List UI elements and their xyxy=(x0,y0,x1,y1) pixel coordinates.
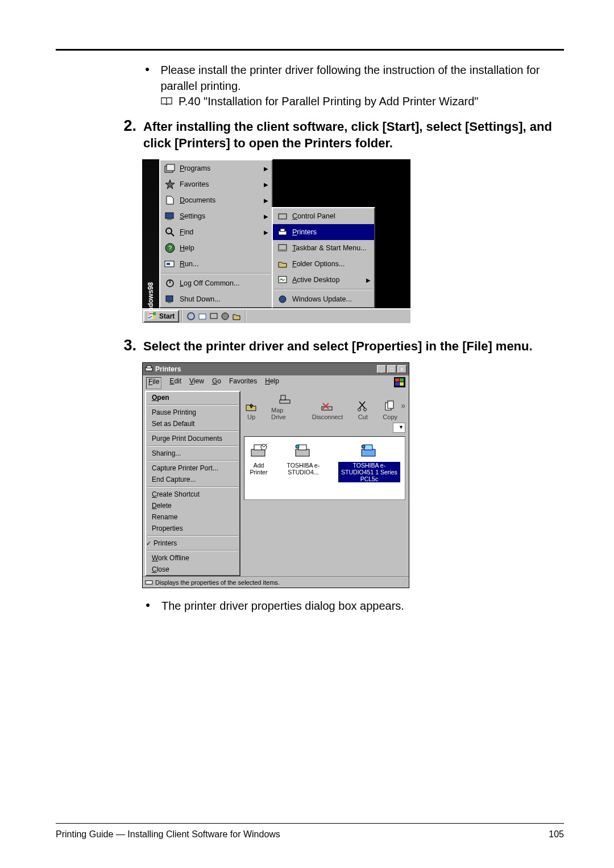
start-item-programs[interactable]: Programs▶ xyxy=(160,160,272,176)
file-capture-port[interactable]: Capture Printer Port... xyxy=(146,462,239,474)
start-item-label: Run... xyxy=(180,260,198,268)
tb-label: Up xyxy=(247,414,255,420)
printers-title-icon xyxy=(145,365,153,374)
svg-rect-26 xyxy=(210,313,217,319)
submenu-label: Windows Update... xyxy=(292,295,352,303)
svg-rect-1 xyxy=(167,164,175,171)
submenu-windows-update[interactable]: Windows Update... xyxy=(273,291,374,307)
device-label: TOSHIBA e-STUDIO4... xyxy=(285,462,321,476)
start-item-run[interactable]: Run... xyxy=(160,256,272,272)
device-printer-1[interactable]: TOSHIBA e-STUDIO4... xyxy=(285,443,321,482)
file-end-capture[interactable]: End Capture... xyxy=(146,474,239,485)
ql-ie-icon[interactable] xyxy=(186,311,196,321)
ql-desktop-icon[interactable] xyxy=(209,311,219,321)
file-purge[interactable]: Purge Print Documents xyxy=(146,433,239,444)
start-item-shutdown[interactable]: Shut Down... xyxy=(160,291,272,307)
start-menu[interactable]: Programs▶ Favorites▶ Documents▶ Set xyxy=(159,159,273,308)
device-add-printer[interactable]: Add Printer xyxy=(249,443,268,482)
menu-view[interactable]: View xyxy=(189,377,204,389)
start-item-favorites[interactable]: Favorites▶ xyxy=(160,176,272,192)
menu-separator xyxy=(147,445,238,447)
cross-ref-text: P.40 "Installation for Parallel Printing… xyxy=(179,95,478,108)
footer-left: Printing Guide — Installing Client Softw… xyxy=(56,829,280,840)
tb-copy[interactable]: Copy xyxy=(383,400,397,420)
ql-folder-icon[interactable] xyxy=(231,311,242,321)
menubar[interactable]: File Edit View Go Favorites Help xyxy=(143,375,409,391)
menu-edit[interactable]: Edit xyxy=(169,377,181,389)
file-create-shortcut[interactable]: Create Shortcut xyxy=(146,489,239,500)
file-close[interactable]: Close xyxy=(146,564,239,575)
file-printers-checked[interactable]: Printers xyxy=(146,538,239,549)
tb-label: Copy xyxy=(383,414,397,420)
start-item-logoff[interactable]: Log Off Common... xyxy=(160,275,272,291)
start-item-help[interactable]: ? Help xyxy=(160,240,272,256)
start-item-settings[interactable]: Settings▶ xyxy=(160,208,272,224)
svg-point-41 xyxy=(364,408,367,411)
file-rename[interactable]: Rename xyxy=(146,511,239,523)
tb-disconnect[interactable]: Disconnect xyxy=(312,400,343,420)
control-panel-icon xyxy=(276,210,289,222)
menu-separator xyxy=(147,460,238,461)
taskbar-separator xyxy=(181,310,182,323)
svg-rect-13 xyxy=(279,214,287,219)
bullet-dot: • xyxy=(144,598,151,614)
menu-favorites[interactable]: Favorites xyxy=(229,377,257,389)
close-button[interactable]: × xyxy=(397,365,406,373)
svg-rect-35 xyxy=(280,400,290,403)
resize-grip-icon[interactable]: ⋰ xyxy=(401,578,406,586)
statusbar-icon xyxy=(145,578,153,586)
start-item-label: Programs xyxy=(180,164,210,172)
file-open[interactable]: Open xyxy=(146,392,239,403)
svg-rect-50 xyxy=(362,449,375,456)
printers-icon-area[interactable]: Add Printer TOSHIBA e-STUDIO4... TOSHIBA… xyxy=(244,436,405,500)
step-2-number: 2. xyxy=(119,118,136,151)
svg-point-40 xyxy=(358,408,361,411)
copy-icon xyxy=(383,400,397,412)
svg-rect-48 xyxy=(298,445,306,450)
submenu-control-panel[interactable]: Control Panel xyxy=(273,208,374,224)
menu-help[interactable]: Help xyxy=(265,377,279,389)
menu-file[interactable]: File xyxy=(146,377,161,389)
footer-page-number: 105 xyxy=(549,829,564,840)
maximize-button[interactable]: □ xyxy=(387,365,396,373)
start-item-label: Favorites xyxy=(180,180,209,188)
svg-point-49 xyxy=(296,445,299,448)
ql-outlook-icon[interactable] xyxy=(197,311,208,321)
file-properties[interactable]: Properties xyxy=(146,523,239,534)
submenu-taskbar[interactable]: Taskbar & Start Menu... xyxy=(273,240,374,256)
device-printer-2-selected[interactable]: TOSHIBA e-STUDIO451 1 Series PCL5c xyxy=(338,443,400,482)
submenu-folder-options[interactable]: Folder Options... xyxy=(273,256,374,272)
tb-cut[interactable]: Cut xyxy=(355,400,370,420)
file-menu-dropdown[interactable]: Open Pause Printing Set as Default Purge… xyxy=(145,391,240,576)
settings-submenu[interactable]: Control Panel Printers Taskbar & Start M… xyxy=(272,207,375,308)
start-item-find[interactable]: Find▶ xyxy=(160,224,272,240)
start-item-documents[interactable]: Documents▶ xyxy=(160,192,272,208)
step-2-text: After installing the client software, cl… xyxy=(143,118,561,151)
svg-rect-33 xyxy=(395,382,399,386)
tb-map-drive[interactable]: Map Drive xyxy=(271,393,300,420)
file-sharing[interactable]: Sharing... xyxy=(146,448,239,459)
svg-rect-53 xyxy=(146,581,152,584)
file-set-default[interactable]: Set as Default xyxy=(146,418,239,429)
address-dropdown[interactable] xyxy=(393,423,405,433)
quick-launch[interactable] xyxy=(184,311,244,321)
menu-go[interactable]: Go xyxy=(212,377,221,389)
file-work-offline[interactable]: Work Offline xyxy=(146,552,239,564)
submenu-active-desktop[interactable]: Active Desktop▶ xyxy=(273,272,374,288)
menu-separator xyxy=(147,535,238,536)
status-text: Displays the properties of the selected … xyxy=(155,579,280,586)
submenu-printers[interactable]: Printers xyxy=(273,224,374,240)
step-3-text: Select the printer driver and select [Pr… xyxy=(143,338,561,354)
menu-separator xyxy=(147,404,238,406)
file-delete[interactable]: Delete xyxy=(146,500,239,511)
minimize-button[interactable]: _ xyxy=(377,365,386,373)
file-pause-printing[interactable]: Pause Printing xyxy=(146,407,239,418)
ql-channels-icon[interactable] xyxy=(220,311,230,321)
windows-update-icon xyxy=(276,293,289,305)
svg-point-5 xyxy=(166,228,172,234)
start-menu-brand-bar: Windows98 xyxy=(142,159,159,308)
tb-up[interactable]: Up xyxy=(244,400,259,420)
toolbar-overflow-icon[interactable]: » xyxy=(401,401,405,410)
svg-rect-34 xyxy=(400,382,404,386)
cross-ref-row: P.40 "Installation for Parallel Printing… xyxy=(160,95,561,108)
